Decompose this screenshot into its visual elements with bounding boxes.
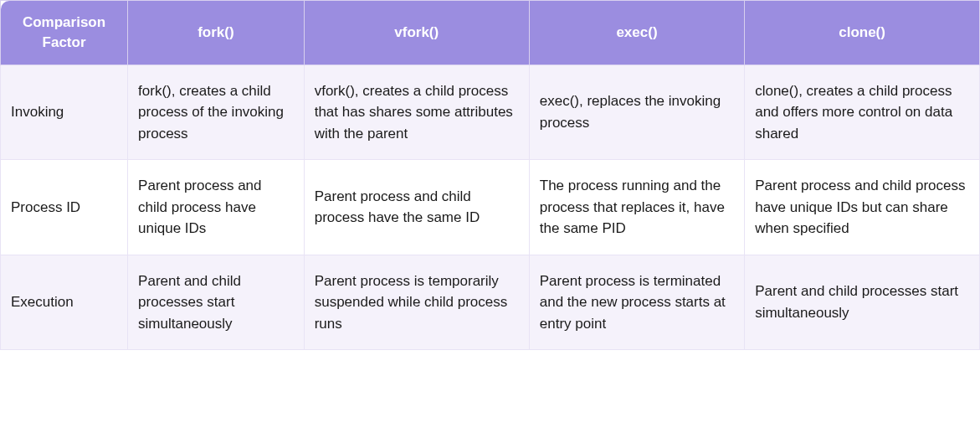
cell-factor: Invoking bbox=[1, 64, 128, 160]
comparison-table-container: Comparison Factor fork() vfork() exec() … bbox=[0, 0, 980, 443]
cell-vfork: Parent process and child process have th… bbox=[304, 160, 529, 255]
table-header: Comparison Factor fork() vfork() exec() … bbox=[1, 1, 980, 65]
table-row: Process ID Parent process and child proc… bbox=[1, 160, 980, 255]
header-fork: fork() bbox=[128, 1, 305, 65]
cell-clone: Parent and child processes start simulta… bbox=[745, 255, 980, 350]
cell-vfork: vfork(), creates a child process that ha… bbox=[304, 64, 529, 160]
cell-exec: Parent process is terminated and the new… bbox=[529, 255, 744, 350]
cell-fork: Parent process and child process have un… bbox=[128, 160, 305, 255]
cell-fork: Parent and child processes start simulta… bbox=[128, 255, 305, 350]
header-vfork: vfork() bbox=[304, 1, 529, 65]
cell-clone: Parent process and child process have un… bbox=[745, 160, 980, 255]
table-body: Invoking fork(), creates a child process… bbox=[1, 64, 980, 350]
header-clone: clone() bbox=[745, 1, 980, 65]
cell-fork: fork(), creates a child process of the i… bbox=[128, 64, 305, 160]
table-row: Execution Parent and child processes sta… bbox=[1, 255, 980, 350]
table-row: Invoking fork(), creates a child process… bbox=[1, 64, 980, 160]
header-exec: exec() bbox=[529, 1, 744, 65]
cell-clone: clone(), creates a child process and off… bbox=[745, 64, 980, 160]
cell-factor: Process ID bbox=[1, 160, 128, 255]
header-comparison-factor: Comparison Factor bbox=[1, 1, 128, 65]
cell-exec: exec(), replaces the invoking process bbox=[529, 64, 744, 160]
comparison-table: Comparison Factor fork() vfork() exec() … bbox=[0, 0, 980, 350]
cell-vfork: Parent process is temporarily suspended … bbox=[304, 255, 529, 350]
header-row: Comparison Factor fork() vfork() exec() … bbox=[1, 1, 980, 65]
cell-factor: Execution bbox=[1, 255, 128, 350]
cell-exec: The process running and the process that… bbox=[529, 160, 744, 255]
